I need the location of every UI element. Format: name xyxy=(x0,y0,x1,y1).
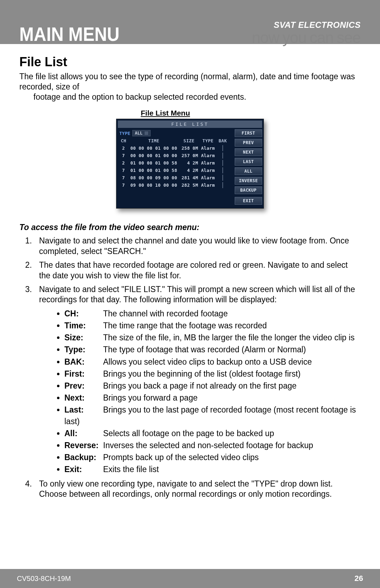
cell-bak[interactable] xyxy=(218,146,228,151)
definition-term: Exit: xyxy=(64,464,103,475)
step-3-text: Navigate to and select "FILE LIST." This… xyxy=(39,285,355,304)
cell-type: Alarm xyxy=(200,175,216,180)
cell-bak[interactable] xyxy=(218,160,228,166)
header-row: MAIN MENU SVAT ELECTRONICS now you can s… xyxy=(19,18,361,44)
cell-ch: 7 xyxy=(119,182,128,188)
definition-desc: Allows you select video clips to backup … xyxy=(103,357,312,366)
checkbox-icon[interactable] xyxy=(222,167,223,173)
definition-term: Size: xyxy=(64,332,103,343)
brand-top: SVAT ELECTRONICS xyxy=(252,21,361,29)
footer-band: CV503-8CH-19M 26 xyxy=(0,569,380,588)
cell-ch: 2 xyxy=(119,146,128,151)
checkbox-icon[interactable] xyxy=(222,160,223,166)
definition-term: Reverse: xyxy=(64,440,103,451)
definition-desc: Selects all footage on the page to be ba… xyxy=(103,429,274,438)
dvr-type-row: TYPE ALL xyxy=(118,129,233,137)
cell-ch: 2 xyxy=(119,160,128,166)
definition-item: Last:Brings you to the last page of reco… xyxy=(64,404,361,427)
step-4: To only view one recording type, navigat… xyxy=(34,479,361,500)
definition-term: CH: xyxy=(64,308,103,319)
table-row[interactable]: 200 00 00 01 00 00258 0MAlarm xyxy=(118,144,233,152)
definition-term: BAK: xyxy=(64,356,103,367)
definition-term: Prev: xyxy=(64,380,103,391)
step-1-text: Navigate to and select the channel and d… xyxy=(39,236,349,255)
checkbox-icon[interactable] xyxy=(222,182,223,188)
definition-item: Next:Brings you forward a page xyxy=(64,392,361,403)
definition-term: Backup: xyxy=(64,452,103,463)
definition-term: Type: xyxy=(64,344,103,355)
dvr-body: TYPE ALL CH TIME SIZE TYPE BAK 200 00 00… xyxy=(118,129,262,194)
section-title: File List xyxy=(19,55,361,69)
dvr-side-buttons: FIRSTPREVNEXTLASTALLINVERSEBACKUP xyxy=(235,129,262,194)
cell-size: 4 2M xyxy=(180,160,198,166)
cell-type: Alarm xyxy=(200,168,216,173)
definition-item: All:Selects all footage on the page to b… xyxy=(64,428,361,439)
cell-bak[interactable] xyxy=(218,175,228,180)
prev-button[interactable]: PREV xyxy=(235,139,262,147)
cell-ch: 7 xyxy=(119,153,128,158)
definition-item: CH:The channel with recorded footage xyxy=(64,308,361,319)
definition-term: Time: xyxy=(64,320,103,331)
dvr-column-headers: CH TIME SIZE TYPE BAK xyxy=(118,137,233,144)
definition-item: Time:The time range that the footage was… xyxy=(64,320,361,331)
cell-bak[interactable] xyxy=(218,168,228,173)
dvr-type-select[interactable]: ALL xyxy=(132,130,151,136)
table-row[interactable]: 701 00 00 01 00 584 2MAlarm xyxy=(118,167,233,174)
definitions-list: CH:The channel with recorded footageTime… xyxy=(64,308,361,475)
steps-list: Navigate to and select the channel and d… xyxy=(34,236,361,499)
intro-line2: footage and the option to backup selecte… xyxy=(19,92,361,102)
definition-term: First: xyxy=(64,368,103,379)
definition-item: Prev:Brings you back a page if not alrea… xyxy=(64,380,361,391)
definition-item: BAK:Allows you select video clips to bac… xyxy=(64,356,361,367)
cell-type: Alarm xyxy=(200,160,216,166)
backup-button[interactable]: BACKUP xyxy=(235,186,262,194)
cell-type: Alarm xyxy=(200,153,216,158)
dvr-rows: 200 00 00 01 00 00258 0MAlarm700 00 00 0… xyxy=(118,144,233,189)
definition-desc: The type of footage that was recorded (A… xyxy=(103,345,306,354)
hdr-size: SIZE xyxy=(180,138,198,143)
cell-ch: 7 xyxy=(119,175,128,180)
table-row[interactable]: 709 00 00 10 00 00282 5MAlarm xyxy=(118,181,233,189)
cell-bak[interactable] xyxy=(218,153,228,158)
table-row[interactable]: 708 00 00 09 00 00281 4MAlarm xyxy=(118,174,233,181)
inverse-button[interactable]: INVERSE xyxy=(235,177,262,185)
dvr-type-label: TYPE xyxy=(119,131,130,136)
definition-item: Type:The type of footage that was record… xyxy=(64,344,361,355)
checkbox-icon[interactable] xyxy=(222,145,223,151)
brand-bottom: now you can see xyxy=(252,31,361,44)
exit-button[interactable]: EXIT xyxy=(235,197,262,205)
last-button[interactable]: LAST xyxy=(235,158,262,166)
checkbox-icon[interactable] xyxy=(222,153,223,159)
definition-term: All: xyxy=(64,428,103,439)
all-button[interactable]: ALL xyxy=(235,167,262,175)
cell-size: 282 5M xyxy=(180,182,198,188)
next-button[interactable]: NEXT xyxy=(235,148,262,156)
dvr-screenshot: FILE LIST TYPE ALL CH TIME SIZE TYPE xyxy=(116,119,264,209)
footer-page-number: 26 xyxy=(355,574,363,583)
definition-desc: The channel with recorded footage xyxy=(103,309,228,318)
hdr-ch: CH xyxy=(119,138,128,143)
first-button[interactable]: FIRST xyxy=(235,129,262,137)
checkbox-icon[interactable] xyxy=(222,175,223,181)
cell-time: 08 00 00 09 00 00 xyxy=(129,175,178,180)
definition-desc: Inverses the selected and non-selected f… xyxy=(103,441,313,450)
dvr-title: FILE LIST xyxy=(118,120,262,128)
screenshot-area: File List Menu FILE LIST TYPE ALL CH TIM… xyxy=(19,109,361,209)
table-row[interactable]: 700 00 00 01 00 00257 0MAlarm xyxy=(118,152,233,159)
definition-item: Size:The size of the file, in, MB the la… xyxy=(64,332,361,343)
definition-desc: Brings you back a page if not already on… xyxy=(103,381,297,390)
hdr-type: TYPE xyxy=(200,138,216,143)
cell-time: 09 00 00 10 00 00 xyxy=(129,182,178,188)
cell-bak[interactable] xyxy=(218,182,228,188)
main-menu-title: MAIN MENU xyxy=(19,24,120,44)
cell-type: Alarm xyxy=(200,182,216,188)
instructions-subhead: To access the file from the video search… xyxy=(19,223,361,232)
footer-model: CV503-8CH-19M xyxy=(17,575,71,583)
table-row[interactable]: 201 00 00 01 00 584 2MAlarm xyxy=(118,159,233,167)
definition-desc: Brings you the beginning of the list (ol… xyxy=(103,369,300,378)
cell-size: 258 0M xyxy=(180,146,198,151)
cell-type: Alarm xyxy=(200,146,216,151)
cell-size: 4 2M xyxy=(180,168,198,173)
definition-desc: The time range that the footage was reco… xyxy=(103,321,267,330)
definition-item: First:Brings you the beginning of the li… xyxy=(64,368,361,379)
